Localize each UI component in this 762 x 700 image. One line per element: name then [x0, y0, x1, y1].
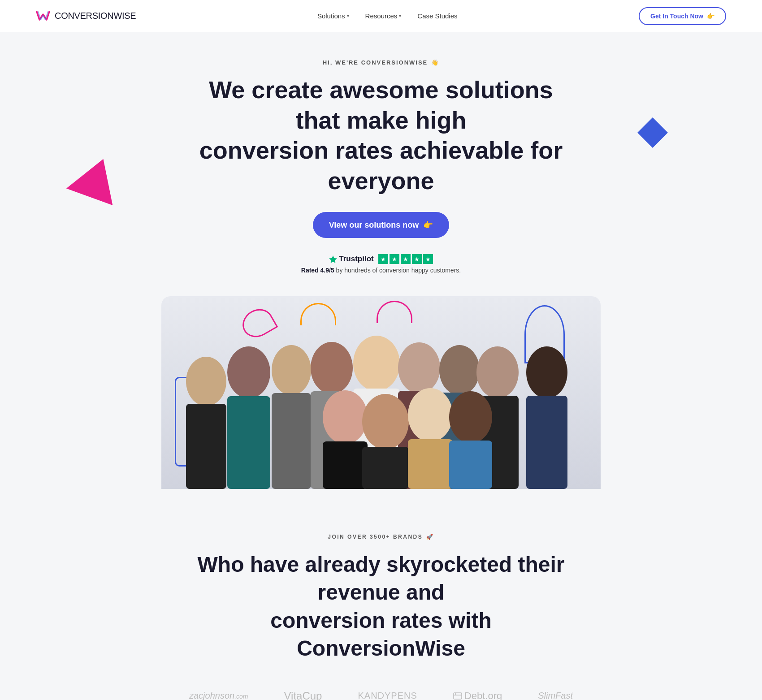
- team-illustration: [170, 301, 592, 489]
- join-label: JOIN OVER 3500+ BRANDS 🚀: [36, 534, 726, 540]
- svg-point-17: [323, 390, 368, 444]
- finger-pointing-icon: 👉: [423, 220, 433, 230]
- trustpilot-logo: Trustpilot: [329, 255, 373, 264]
- svg-rect-20: [362, 447, 409, 489]
- logo-w-icon: [36, 10, 50, 22]
- svg-point-11: [398, 342, 440, 393]
- svg-point-3: [227, 346, 270, 398]
- svg-point-5: [272, 345, 311, 395]
- svg-point-25: [526, 346, 567, 398]
- chevron-down-icon: ▾: [347, 13, 349, 18]
- team-photo: [161, 296, 601, 489]
- hero-heading: We create awesome solutions that make hi…: [188, 75, 574, 196]
- star-1: ★: [378, 254, 388, 264]
- trustpilot-stars: ★ ★ ★ ★ ★: [378, 254, 433, 264]
- brand-zacjohnson: zacjohnson.com: [189, 691, 248, 700]
- brand-kandypens: KANDYPENS: [358, 691, 417, 700]
- svg-rect-22: [408, 439, 453, 489]
- svg-point-1: [186, 357, 226, 406]
- star-3: ★: [401, 254, 411, 264]
- view-solutions-button[interactable]: View our solutions now 👉: [313, 212, 450, 238]
- hi-label: HI, WE'RE CONVERSIONWISE 👋: [36, 59, 726, 66]
- wave-icon: 👋: [431, 59, 439, 66]
- hero-section: HI, WE'RE CONVERSIONWISE 👋 We create awe…: [0, 32, 762, 489]
- brand-vitacup: VitaCup: [284, 690, 322, 700]
- nav-resources[interactable]: Resources ▾: [365, 12, 402, 20]
- brand-slimfast: SlimFast: [538, 691, 573, 700]
- svg-rect-27: [454, 693, 462, 699]
- trustpilot-rating-text: Rated 4.9/5 by hundreds of conversion ha…: [301, 267, 461, 274]
- svg-point-7: [311, 342, 353, 394]
- star-2: ★: [390, 254, 399, 264]
- lower-heading: Who have already skyrocketed their reven…: [197, 551, 565, 663]
- svg-marker-0: [329, 255, 337, 263]
- svg-rect-2: [186, 404, 226, 489]
- nav-solutions[interactable]: Solutions ▾: [317, 12, 349, 20]
- brand-debtorg: Debt.org: [453, 690, 502, 700]
- svg-rect-24: [449, 441, 492, 489]
- svg-rect-18: [323, 441, 368, 489]
- star-4: ★: [412, 254, 422, 264]
- svg-point-13: [439, 345, 480, 395]
- trustpilot-top: Trustpilot ★ ★ ★ ★ ★: [329, 254, 433, 264]
- svg-point-15: [476, 346, 519, 398]
- svg-point-21: [408, 388, 453, 442]
- svg-point-9: [353, 336, 400, 391]
- trustpilot-star-icon: [329, 255, 337, 263]
- svg-rect-6: [272, 393, 311, 489]
- rocket-icon: 🚀: [426, 534, 434, 540]
- trustpilot-section: Trustpilot ★ ★ ★ ★ ★ Rated 4.9/5 by hund…: [36, 254, 726, 274]
- svg-rect-26: [526, 396, 567, 489]
- svg-point-23: [449, 391, 492, 443]
- wave-spacer: [0, 489, 762, 502]
- get-in-touch-button[interactable]: Get In Touch Now 👉: [639, 7, 726, 25]
- debt-icon: [453, 691, 462, 700]
- team-photo-container: [161, 296, 601, 489]
- finger-icon: 👉: [707, 13, 714, 20]
- lower-section: JOIN OVER 3500+ BRANDS 🚀 Who have alread…: [0, 502, 762, 700]
- star-5: ★: [423, 254, 433, 264]
- main-nav: Solutions ▾ Resources ▾ Case Studies: [317, 12, 458, 20]
- nav-case-studies[interactable]: Case Studies: [417, 12, 457, 20]
- logo-wordmark: CONVERSIONWISE: [55, 11, 136, 21]
- hero-text: HI, WE'RE CONVERSIONWISE 👋 We create awe…: [36, 59, 726, 274]
- svg-rect-4: [227, 396, 270, 489]
- brands-row: zacjohnson.com VitaCup KANDYPENS Debt.or…: [36, 690, 726, 700]
- chevron-down-icon: ▾: [399, 13, 401, 18]
- header: CONVERSIONWISE Solutions ▾ Resources ▾ C…: [0, 0, 762, 32]
- svg-point-19: [362, 394, 409, 449]
- logo[interactable]: CONVERSIONWISE: [36, 10, 136, 22]
